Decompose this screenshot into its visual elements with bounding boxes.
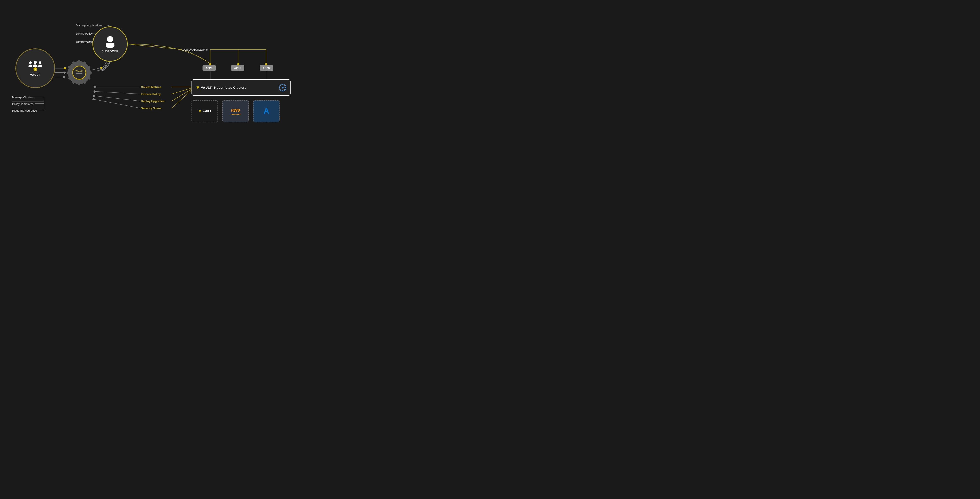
svg-point-63 — [73, 66, 86, 79]
svg-text:━━━━━━━: ━━━━━━━ — [76, 73, 83, 75]
vault-cloud-logo: ▼ VAULT — [198, 109, 212, 114]
customer-person-icon — [103, 35, 117, 48]
svg-line-76 — [280, 89, 281, 90]
vault-cloud-box: ▼ VAULT — [191, 100, 218, 122]
svg-point-23 — [94, 91, 96, 93]
svg-rect-51 — [78, 60, 80, 64]
apps-box-2: APPS — [231, 65, 244, 71]
gear-icon: ▼VAULT ━━━━━━━ — [65, 58, 94, 87]
enforce-policy-label: Enforce Policy — [141, 92, 161, 96]
svg-line-74 — [280, 85, 281, 86]
vault-circle-label: VAULT — [30, 73, 40, 76]
kubernetes-wheel-icon — [279, 84, 286, 92]
svg-text:V: V — [35, 68, 36, 71]
vault-circle: V VAULT — [16, 48, 55, 88]
svg-rect-54 — [88, 72, 92, 74]
collect-metrics-label: Collect Metrics — [141, 86, 161, 89]
vault-v-symbol: ▼ — [196, 85, 200, 91]
svg-point-21 — [94, 86, 96, 88]
customer-circle: CUSTOMER — [92, 26, 128, 62]
svg-line-26 — [92, 99, 140, 108]
aws-logo-group: aws — [230, 107, 241, 115]
aws-text: aws — [231, 107, 240, 113]
svg-point-27 — [92, 98, 95, 100]
azure-cloud-box: A — [253, 100, 280, 122]
apps-box-3: APPS — [260, 65, 273, 71]
azure-logo-text: A — [264, 106, 269, 116]
svg-rect-57 — [78, 82, 80, 85]
svg-line-77 — [285, 85, 285, 86]
deploy-apps-label: Deploy Applications — [183, 48, 208, 51]
svg-point-25 — [93, 95, 95, 97]
manage-clusters-label: Manage Clusters — [12, 96, 34, 99]
svg-line-22 — [94, 91, 140, 94]
svg-line-32 — [185, 49, 211, 64]
vault-cloud-v-symbol: ▼ — [198, 109, 202, 114]
platform-assurance-label: Platform Assurance — [12, 109, 37, 112]
control-access-label: Control Access — [76, 40, 95, 43]
svg-point-45 — [34, 61, 37, 64]
svg-point-18 — [100, 67, 102, 69]
svg-point-66 — [107, 36, 113, 42]
svg-line-75 — [285, 89, 285, 90]
svg-line-33 — [128, 44, 181, 49]
svg-point-19 — [102, 69, 104, 71]
svg-line-31 — [172, 90, 191, 108]
svg-point-46 — [39, 61, 41, 64]
security-scans-label: Security Scans — [141, 106, 161, 110]
kubernetes-cluster-box: ▼ VAULT Kubernetes Clusters — [191, 79, 291, 96]
apps-box-1: APPS — [202, 65, 216, 71]
diagram-container: V VAULT Manage Applications Define Polic… — [0, 0, 308, 156]
svg-rect-60 — [67, 72, 70, 74]
vault-cloud-text: VAULT — [202, 110, 211, 113]
svg-point-44 — [29, 61, 32, 64]
deploy-upgrades-label: Deploy Upgrades — [141, 100, 164, 103]
aws-cloud-box: aws — [222, 100, 249, 122]
svg-line-29 — [172, 88, 191, 94]
customer-circle-label: CUSTOMER — [102, 50, 118, 53]
svg-line-24 — [94, 96, 140, 101]
aws-arrow-icon — [230, 113, 241, 115]
svg-point-69 — [282, 87, 283, 89]
define-policy-label: Define Policy — [76, 32, 93, 35]
svg-marker-78 — [240, 114, 241, 114]
svg-line-30 — [172, 89, 191, 101]
k8s-label: Kubernetes Clusters — [214, 86, 246, 89]
vault-k8s-text: VAULT — [201, 86, 212, 89]
svg-text:▼VAULT: ▼VAULT — [75, 70, 83, 72]
policy-templates-label: Policy Templates — [12, 102, 33, 106]
vault-k8s-logo: ▼ VAULT — [196, 85, 212, 91]
gear-center: ▼VAULT ━━━━━━━ — [65, 58, 94, 87]
vault-people-icon: V — [27, 60, 43, 72]
manage-apps-label: Manage Applications — [76, 24, 102, 27]
